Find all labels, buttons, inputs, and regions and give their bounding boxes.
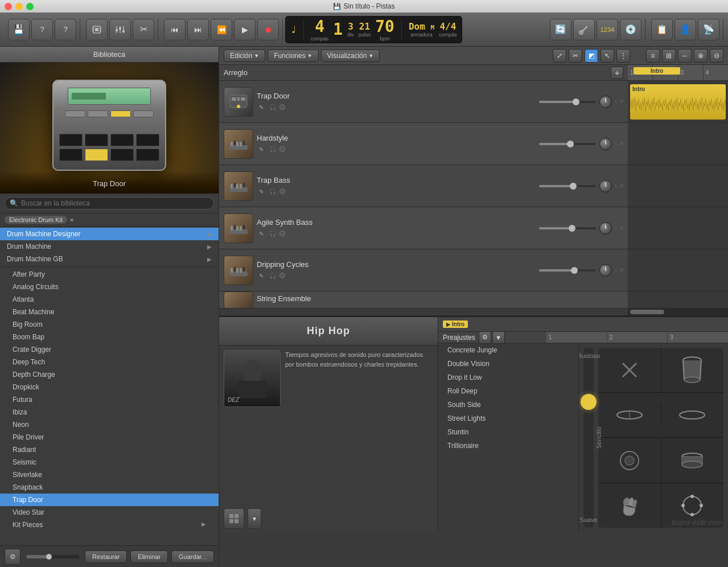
pencil-icon[interactable]: ✎ bbox=[257, 271, 266, 280]
intro-region[interactable]: Intro bbox=[630, 84, 726, 120]
pan-knob[interactable] bbox=[599, 180, 612, 192]
list-item[interactable]: Radiant bbox=[0, 443, 219, 456]
list-item[interactable]: Analog Circuits bbox=[0, 281, 219, 293]
preset-item[interactable]: South Side bbox=[438, 398, 578, 412]
preset-item[interactable]: Double Vision bbox=[438, 357, 578, 371]
delete-button[interactable]: Eliminar bbox=[130, 550, 168, 563]
hihat-cymbal[interactable] bbox=[598, 405, 661, 425]
pencil-icon[interactable]: ✎ bbox=[257, 229, 266, 238]
info-button[interactable]: ? bbox=[31, 19, 53, 40]
horizontal-scrollbar[interactable] bbox=[628, 309, 728, 315]
list-item[interactable]: Silverlake bbox=[0, 469, 219, 481]
list-item[interactable]: Beat Machine bbox=[0, 306, 219, 318]
snare-drum[interactable] bbox=[661, 438, 724, 483]
record-button[interactable]: ⏺ bbox=[257, 19, 279, 40]
broadcast-button[interactable]: 📡 bbox=[698, 19, 719, 40]
headphones-icon[interactable]: 🎧 bbox=[268, 271, 277, 280]
save-button[interactable]: 💾 bbox=[8, 19, 30, 40]
user-button[interactable]: 👤 bbox=[674, 19, 696, 40]
list-item[interactable]: Neon bbox=[0, 418, 219, 431]
category-drum-machine[interactable]: Drum Machine ▶ bbox=[0, 240, 219, 253]
volume-slider[interactable] bbox=[539, 143, 596, 145]
list-item[interactable]: Ibiza bbox=[0, 406, 219, 418]
expand-icon[interactable]: ⊕ bbox=[694, 49, 708, 63]
resize-icon[interactable]: ⤢ bbox=[553, 49, 566, 63]
list-item[interactable]: Video Star bbox=[0, 506, 219, 519]
list-item[interactable]: Seismic bbox=[0, 456, 219, 469]
play-button[interactable]: ▶ bbox=[234, 19, 256, 40]
minimize-button[interactable] bbox=[15, 3, 23, 10]
preset-item[interactable]: Roll Deep bbox=[438, 384, 578, 398]
list-item[interactable]: Boom Bap bbox=[0, 331, 219, 343]
preset-item[interactable]: Stuntin bbox=[438, 425, 578, 439]
pencil-icon[interactable]: ✎ bbox=[257, 102, 266, 112]
headphones-icon[interactable]: 🎧 bbox=[268, 145, 277, 154]
tambourine-instrument[interactable] bbox=[661, 484, 724, 528]
cpu-button[interactable] bbox=[86, 19, 108, 40]
xy-pad-dot[interactable] bbox=[581, 394, 597, 410]
mute-button[interactable] bbox=[279, 146, 285, 152]
volume-slider[interactable] bbox=[539, 269, 596, 272]
volume-slider[interactable] bbox=[539, 101, 596, 103]
add-track-button[interactable]: + bbox=[611, 67, 623, 79]
adjust-icon[interactable]: ⊞ bbox=[662, 49, 676, 63]
guitar-button[interactable] bbox=[573, 19, 595, 40]
list-item[interactable]: Kit Pieces▶ bbox=[0, 519, 219, 531]
list-icon[interactable]: ≡ bbox=[646, 49, 660, 63]
volume-slider[interactable] bbox=[539, 185, 596, 187]
conga-drum[interactable] bbox=[661, 348, 724, 392]
headphones-icon[interactable]: 🎧 bbox=[268, 229, 277, 238]
dropdown-arrow[interactable]: ▼ bbox=[248, 508, 261, 529]
pencil-icon[interactable]: ✎ bbox=[257, 145, 266, 154]
list-item[interactable]: Crate Digger bbox=[0, 343, 219, 356]
restore-button[interactable]: Restaurar bbox=[85, 550, 127, 563]
list-item[interactable]: Atlanta bbox=[0, 293, 219, 306]
settings-button[interactable]: ⚙ bbox=[5, 549, 20, 565]
list-item[interactable]: Deep Tech bbox=[0, 356, 219, 368]
list-item[interactable]: Snapback bbox=[0, 481, 219, 494]
presets-dropdown-button[interactable]: ▼ bbox=[492, 331, 505, 344]
more-icon[interactable]: ⋮ bbox=[616, 49, 630, 63]
refresh-button[interactable]: 🔄 bbox=[550, 19, 571, 40]
list-item-selected[interactable]: Trap Door bbox=[0, 494, 219, 506]
rewind-button[interactable]: ⏮ bbox=[164, 19, 186, 40]
edicion-menu[interactable]: Edición ▼ bbox=[224, 50, 265, 62]
metronome-button[interactable]: 💿 bbox=[620, 19, 641, 40]
fast-forward-button[interactable]: ⏭ bbox=[187, 19, 209, 40]
category-drum-machine-gb[interactable]: Drum Machine GB ▶ bbox=[0, 253, 219, 265]
funciones-menu[interactable]: Funciones ▼ bbox=[268, 50, 318, 62]
category-drum-machine-designer[interactable]: Drum Machine Designer ▶ bbox=[0, 228, 219, 240]
drum-xy-pad[interactable]: Ruidoso Suave Sencillo afersuoro bbox=[583, 348, 594, 528]
counter-display[interactable]: 1234 bbox=[597, 19, 618, 40]
collapse-icon[interactable]: ⊖ bbox=[710, 49, 723, 63]
visualizacion-menu[interactable]: Visualización ▼ bbox=[321, 50, 380, 62]
close-button[interactable] bbox=[5, 3, 12, 10]
mute-button[interactable] bbox=[279, 231, 285, 236]
scissors-button[interactable]: ✂ bbox=[133, 19, 154, 40]
scroll-thumb[interactable] bbox=[46, 554, 52, 560]
list-item[interactable]: Pile Driver bbox=[0, 431, 219, 443]
back-button[interactable]: ⏪ bbox=[211, 19, 232, 40]
save-button[interactable]: Guardar... bbox=[171, 550, 214, 563]
maximize-button[interactable] bbox=[26, 3, 34, 10]
search-input[interactable] bbox=[21, 199, 209, 207]
preset-item[interactable]: Concrete Jungle bbox=[438, 343, 578, 357]
highlight-icon[interactable]: ◩ bbox=[585, 49, 598, 63]
mute-button[interactable] bbox=[279, 273, 285, 278]
list-item[interactable]: Dropkick bbox=[0, 381, 219, 393]
notes-button[interactable]: 📋 bbox=[651, 19, 673, 40]
headphones-icon[interactable]: 🎧 bbox=[268, 102, 277, 112]
list-item[interactable]: Depth Charge bbox=[0, 368, 219, 381]
mixer-button[interactable] bbox=[109, 19, 131, 40]
pan-knob[interactable] bbox=[599, 138, 612, 150]
arrows-icon[interactable]: ↔ bbox=[678, 49, 692, 63]
breadcrumb-close[interactable]: ✕ bbox=[69, 217, 74, 223]
list-item[interactable]: Big Room bbox=[0, 318, 219, 331]
region-label-button[interactable]: ▶ Intro bbox=[443, 321, 468, 328]
preset-item[interactable]: Street Lights bbox=[438, 412, 578, 425]
mute-button[interactable] bbox=[279, 188, 285, 194]
list-item[interactable]: Futura bbox=[0, 393, 219, 406]
pencil-icon[interactable]: ✎ bbox=[257, 187, 266, 196]
presets-gear-button[interactable]: ⚙ bbox=[479, 331, 491, 344]
clap-instrument[interactable] bbox=[598, 484, 661, 528]
